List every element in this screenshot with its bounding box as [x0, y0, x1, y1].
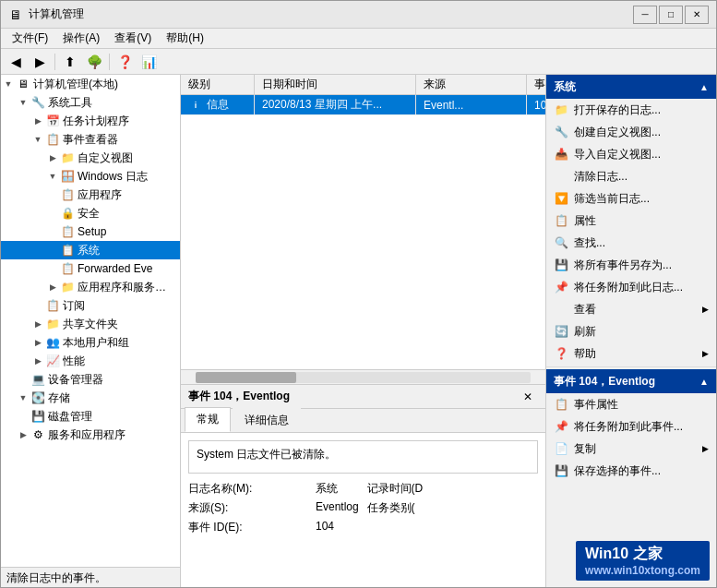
tree-security-label: 安全	[78, 206, 100, 222]
task-cat-value	[495, 500, 539, 516]
action-help[interactable]: ❓ 帮助 ▶	[546, 342, 716, 365]
action-properties[interactable]: 📋 属性	[546, 210, 716, 232]
action-import-label: 导入自定义视图...	[574, 147, 661, 162]
tree-item-storage[interactable]: ▼ 💽 存储	[1, 389, 180, 407]
tree-item-setup[interactable]: 📋 Setup	[1, 222, 180, 241]
minimize-button[interactable]: ─	[633, 6, 657, 24]
close-button[interactable]: ✕	[685, 6, 709, 24]
menu-file[interactable]: 文件(F)	[5, 29, 55, 48]
up-button[interactable]: ⬆	[59, 52, 81, 72]
forwarded-icon: 📋	[60, 261, 75, 276]
tree-performance-label: 性能	[63, 354, 85, 369]
action-filter[interactable]: 🔽 筛选当前日志...	[546, 187, 716, 210]
action-copy[interactable]: 📄 复制 ▶	[546, 438, 716, 460]
tree-root[interactable]: ▼ 🖥 计算机管理(本地)	[1, 75, 180, 93]
tree-item-event-viewer[interactable]: ▼ 📋 事件查看器	[1, 130, 180, 149]
action-event-props[interactable]: 📋 事件属性	[546, 393, 716, 415]
tree-item-system-tools[interactable]: ▼ 🔧 系统工具	[1, 93, 180, 112]
content-area: ▼ 🖥 计算机管理(本地) ▼ 🔧 系统工具 ▶ 📅 任务计划程序	[1, 75, 716, 587]
event-viewer-icon: 📋	[45, 132, 60, 147]
tree-item-system[interactable]: 📋 系统	[1, 241, 180, 259]
maximize-button[interactable]: □	[659, 6, 683, 24]
menu-action[interactable]: 操作(A)	[55, 29, 107, 48]
table-scrollbar[interactable]	[181, 369, 545, 384]
action-clear-log[interactable]: 清除日志...	[546, 165, 716, 187]
tree-application-label: 应用程序	[78, 187, 122, 203]
col-header-source[interactable]: 来源	[416, 75, 527, 94]
action-view[interactable]: 查看 ▶	[546, 298, 716, 320]
tree-item-device-mgr[interactable]: 💻 设备管理器	[1, 370, 180, 389]
table-row[interactable]: i 信息 2020/8/13 星期四 上午... Eventl... 104	[181, 95, 545, 115]
tree-item-application[interactable]: 📋 应用程序	[1, 186, 180, 204]
event-detail-close-button[interactable]: ✕	[518, 389, 538, 405]
forward-button[interactable]: ▶	[29, 52, 51, 72]
col-header-eventid[interactable]: 事件 ID	[527, 75, 545, 94]
action-attach-task[interactable]: 📌 将任务附加到此日志...	[546, 276, 716, 298]
computer-icon: 🖥	[16, 77, 30, 91]
action-import-custom[interactable]: 📥 导入自定义视图...	[546, 143, 716, 165]
tree-item-services[interactable]: ▶ ⚙ 服务和应用程序	[1, 426, 180, 444]
tree-item-custom-views[interactable]: ▶ 📁 自定义视图	[1, 149, 180, 167]
windows-logs-icon: 🪟	[60, 169, 75, 184]
create-custom-icon: 🔧	[554, 125, 568, 139]
app-service-expand-icon: ▶	[45, 280, 60, 294]
tree-item-windows-logs[interactable]: ▼ 🪟 Windows 日志	[1, 167, 180, 186]
event-message-text: System 日志文件已被清除。	[197, 448, 336, 461]
tree-shared-label: 共享文件夹	[63, 317, 118, 332]
action-section-system[interactable]: 系统 ▲	[546, 75, 716, 99]
storage-icon: 💽	[30, 390, 45, 405]
tree-item-shared-folders[interactable]: ▶ 📁 共享文件夹	[1, 315, 180, 333]
tab-general[interactable]: 常规	[185, 407, 231, 432]
menu-help[interactable]: 帮助(H)	[159, 29, 211, 48]
toolbar-separator-2	[109, 54, 110, 70]
system-log-icon: 📋	[60, 243, 75, 258]
tree-item-subscriptions[interactable]: 📋 订阅	[1, 296, 180, 315]
custom-views-icon: 📁	[60, 150, 75, 165]
action-find[interactable]: 🔍 查找...	[546, 232, 716, 254]
event-detail-header: 事件 104，Eventlog ✕	[181, 385, 545, 409]
action-open-saved[interactable]: 📁 打开保存的日志...	[546, 99, 716, 121]
tree-custom-views-label: 自定义视图	[78, 150, 133, 166]
action-refresh[interactable]: 🔄 刷新	[546, 320, 716, 342]
storage-expand-icon: ▼	[16, 390, 30, 405]
back-button[interactable]: ◀	[5, 52, 27, 72]
device-mgr-icon: 💻	[30, 372, 45, 387]
tree-item-task-scheduler[interactable]: ▶ 📅 任务计划程序	[1, 112, 180, 130]
menu-view[interactable]: 查看(V)	[107, 29, 159, 48]
toolbar-separator-1	[54, 54, 55, 70]
tree-item-performance[interactable]: ▶ 📈 性能	[1, 352, 180, 370]
scrollbar-thumb	[196, 372, 296, 383]
tree-item-forwarded[interactable]: 📋 Forwarded Eve	[1, 259, 180, 278]
action-save-all[interactable]: 💾 将所有事件另存为...	[546, 254, 716, 276]
task-scheduler-icon: 📅	[45, 114, 60, 128]
save-all-icon: 💾	[554, 258, 568, 272]
col-header-level[interactable]: 级别	[181, 75, 255, 94]
action-save-selected[interactable]: 💾 保存选择的事件...	[546, 460, 716, 482]
services-expand-icon: ▶	[16, 427, 30, 442]
tree-storage-label: 存储	[48, 390, 70, 406]
tree-forwarded-label: Forwarded Eve	[78, 262, 152, 275]
tab-details[interactable]: 详细信息	[233, 408, 301, 432]
tree-item-security[interactable]: 🔒 安全	[1, 204, 180, 222]
toolbar: ◀ ▶ ⬆ 🌳 ❓ 📊	[1, 49, 716, 75]
tree-spacer	[1, 444, 180, 567]
help-button[interactable]: ❓	[114, 52, 136, 72]
shared-expand-icon: ▶	[30, 317, 45, 331]
setup-icon: 📋	[60, 224, 75, 239]
tree-item-disk-mgmt[interactable]: 💾 磁盘管理	[1, 407, 180, 426]
action-create-custom[interactable]: 🔧 创建自定义视图...	[546, 121, 716, 143]
cell-eventid: 104	[527, 95, 545, 114]
help-action-icon: ❓	[554, 346, 568, 361]
tree-item-local-users[interactable]: ▶ 👥 本地用户和组	[1, 333, 180, 352]
event-fields: 日志名称(M): 系统 记录时间(D 来源(S): Eventlog 任务类别(…	[188, 481, 538, 535]
action-attach-task-event[interactable]: 📌 将任务附加到此事件...	[546, 415, 716, 438]
col-header-date[interactable]: 日期和时间	[255, 75, 416, 94]
show-hide-tree[interactable]: 🌳	[83, 52, 105, 72]
action-view-label: 查看	[574, 302, 596, 318]
export-button[interactable]: 📊	[137, 52, 160, 72]
tree-item-app-service[interactable]: ▶ 📁 应用程序和服务日志	[1, 278, 180, 296]
windows-logs-expand-icon: ▼	[45, 169, 60, 184]
scrollbar-track	[196, 372, 531, 383]
tree-system-tools-label: 系统工具	[48, 95, 92, 111]
action-section-event[interactable]: 事件 104，Eventlog ▲	[546, 369, 716, 393]
